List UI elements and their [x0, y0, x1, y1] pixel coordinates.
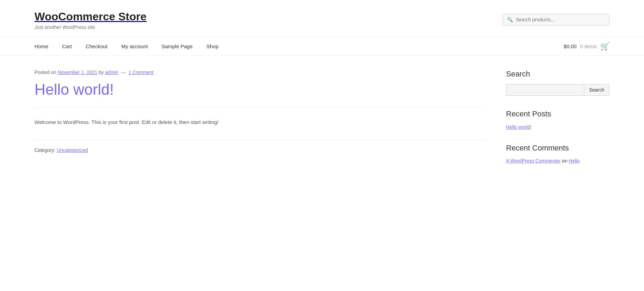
- nav-item-home[interactable]: Home: [34, 43, 48, 49]
- site-title-link[interactable]: WooCommerce Store: [34, 10, 147, 23]
- recent-posts-widget: Recent Posts Hello world!: [506, 110, 610, 130]
- sidebar: Search Search Recent Posts Hello world! …: [506, 70, 610, 177]
- post-date-link[interactable]: November 1, 2021: [58, 70, 97, 75]
- recent-post-link[interactable]: Hello world!: [506, 124, 531, 130]
- post-meta: Posted on November 1, 2021 by admin — 1 …: [34, 70, 485, 75]
- recent-comments-list: A WordPress Commenter on Hello: [506, 158, 610, 164]
- post-divider: [34, 107, 485, 107]
- recent-comments-widget: Recent Comments A WordPress Commenter on…: [506, 144, 610, 164]
- site-title: WooCommerce Store: [34, 10, 147, 23]
- category-link[interactable]: Uncategorized: [57, 147, 88, 153]
- main-container: Posted on November 1, 2021 by admin — 1 …: [0, 56, 644, 191]
- cart-info: $0.00 0 items 🛒: [564, 42, 610, 51]
- nav-item-cart[interactable]: Cart: [62, 43, 72, 49]
- header-search-form: 🔍: [503, 14, 610, 25]
- recent-posts-list: Hello world!: [506, 124, 610, 130]
- comment-post-link[interactable]: Hello: [569, 158, 580, 164]
- commenter-link[interactable]: A WordPress Commenter: [506, 158, 561, 164]
- cart-items-count: 0 items: [580, 43, 597, 49]
- nav-link-home[interactable]: Home: [34, 43, 48, 49]
- recent-comment-item: A WordPress Commenter on Hello: [506, 158, 610, 164]
- post-content: Welcome to WordPress. This is your first…: [34, 118, 485, 127]
- sidebar-search-widget: Search Search: [506, 70, 610, 96]
- nav-item-myaccount[interactable]: My account: [121, 43, 148, 49]
- site-header: WooCommerce Store Just another WordPress…: [0, 0, 644, 37]
- recent-comments-title: Recent Comments: [506, 144, 610, 153]
- sidebar-search-button[interactable]: Search: [584, 84, 610, 96]
- header-search-input[interactable]: [516, 17, 605, 22]
- post-article: Posted on November 1, 2021 by admin — 1 …: [34, 70, 485, 153]
- post-comment-link[interactable]: 1 Comment: [129, 70, 153, 75]
- post-category: Category: Uncategorized: [34, 147, 485, 153]
- site-tagline: Just another WordPress site: [34, 24, 147, 30]
- sidebar-search-form: Search: [506, 84, 610, 96]
- recent-post-item: Hello world!: [506, 124, 610, 130]
- nav-link-cart[interactable]: Cart: [62, 43, 72, 49]
- nav-link-shop[interactable]: Shop: [207, 43, 219, 49]
- nav-menu: Home Cart Checkout My account Sample Pag…: [34, 37, 219, 55]
- nav-item-samplepage[interactable]: Sample Page: [161, 43, 192, 49]
- header-search-icon: 🔍: [507, 17, 513, 22]
- nav-link-checkout[interactable]: Checkout: [86, 43, 107, 49]
- nav-link-myaccount[interactable]: My account: [121, 43, 148, 49]
- sidebar-search-title: Search: [506, 70, 610, 79]
- nav-item-checkout[interactable]: Checkout: [86, 43, 107, 49]
- header-search-area: 🔍: [503, 14, 610, 25]
- cart-basket-icon[interactable]: 🛒: [600, 42, 610, 51]
- nav-link-samplepage[interactable]: Sample Page: [161, 43, 192, 49]
- post-title: Hello world!: [34, 81, 485, 99]
- by-label: by: [99, 70, 105, 75]
- post-author-link[interactable]: admin: [105, 70, 118, 75]
- recent-posts-title: Recent Posts: [506, 110, 610, 118]
- sidebar-search-input[interactable]: [506, 84, 584, 96]
- category-label: Category:: [34, 147, 56, 153]
- post-footer-divider: [34, 140, 485, 141]
- comment-on-text: on: [562, 158, 567, 164]
- content-area: Posted on November 1, 2021 by admin — 1 …: [34, 70, 485, 177]
- nav-item-shop[interactable]: Shop: [207, 43, 219, 49]
- posted-on-label: Posted on: [34, 70, 56, 75]
- em-dash: —: [121, 70, 126, 75]
- cart-amount: $0.00: [564, 43, 577, 49]
- site-branding: WooCommerce Store Just another WordPress…: [34, 10, 147, 30]
- site-nav-bar: Home Cart Checkout My account Sample Pag…: [0, 37, 644, 56]
